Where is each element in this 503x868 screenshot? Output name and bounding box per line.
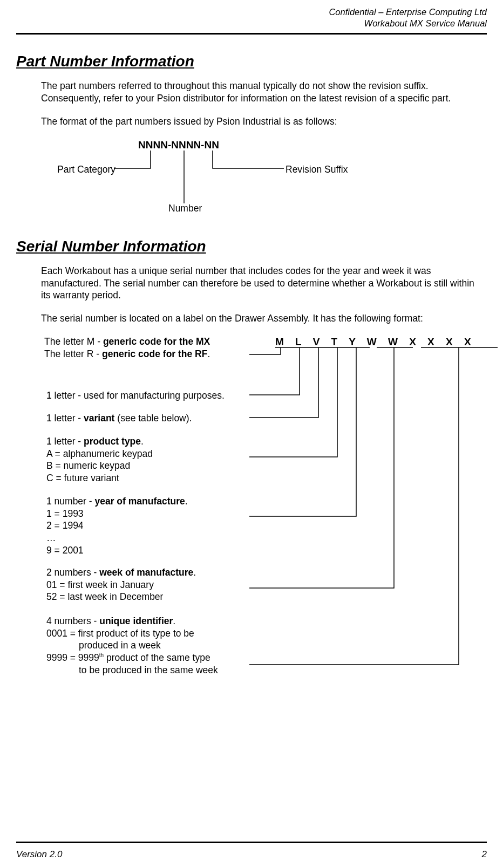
- yr-9: 9 = 2001: [46, 545, 84, 556]
- id-1b: produced in a week: [79, 640, 161, 651]
- pt-a: A = alphanumeric keypad: [46, 448, 153, 459]
- yr-bold: year of manufacture: [94, 496, 185, 507]
- id-2c: to be produced in the same week: [79, 665, 218, 675]
- section1-p1: The part numbers referred to throughout …: [41, 80, 484, 105]
- pt-b: B = numeric keypad: [46, 460, 130, 471]
- pn-label-category: Part Category: [57, 163, 115, 176]
- footer: Version 2.0 2: [16, 849, 487, 860]
- wk-period: .: [193, 567, 196, 578]
- pn-label-revision: Revision Suffix: [286, 163, 348, 176]
- id-bold: unique identifier: [99, 616, 173, 626]
- m2-period: .: [207, 348, 210, 359]
- header-line2: Workabout MX Service Manual: [16, 18, 487, 29]
- var-post: (see table below).: [114, 413, 192, 423]
- pt-pre: 1 letter -: [46, 436, 84, 447]
- id-1a: 0001 = first product of its type to be: [46, 628, 194, 639]
- desc-year: 1 number - year of manufacture. 1 = 1993…: [46, 495, 188, 557]
- section1-title: Part Number Information: [16, 52, 487, 71]
- m1-pre: The letter M -: [44, 336, 103, 347]
- desc-week: 2 numbers - week of manufacture. 01 = fi…: [46, 566, 196, 603]
- page: Confidential – Enterprise Computing Ltd …: [0, 0, 503, 868]
- m2-pre: The letter R -: [44, 348, 102, 359]
- header: Confidential – Enterprise Computing Ltd …: [16, 6, 487, 30]
- id-2a: 9999 = 9999: [46, 652, 99, 663]
- desc-product-type: 1 letter - product type. A = alphanumeri…: [46, 435, 153, 484]
- m2-bold: generic code for the RF: [102, 348, 207, 359]
- var-bold: variant: [84, 413, 114, 423]
- section2-p2: The serial number is located on a label …: [41, 312, 484, 325]
- section2-title: Serial Number Information: [16, 237, 487, 256]
- section1-p2: The format of the part numbers issued by…: [41, 115, 484, 128]
- footer-version: Version 2.0: [16, 849, 62, 860]
- pn-label-number: Number: [168, 202, 202, 215]
- desc-generic: The letter M - generic code for the MX T…: [44, 336, 210, 360]
- serial-diagram: M L V T Y W W X X X X The letter M - gen…: [16, 336, 487, 729]
- id-period: .: [173, 616, 175, 626]
- desc-variant: 1 letter - variant (see table below).: [46, 412, 192, 425]
- yr-1: 1 = 1993: [46, 508, 84, 519]
- id-pre: 4 numbers -: [46, 616, 99, 626]
- section2-body: Each Workabout has a unique serial numbe…: [41, 265, 484, 325]
- wk-pre: 2 numbers -: [46, 567, 99, 578]
- section1-body: The part numbers referred to throughout …: [41, 80, 484, 127]
- bottom-rule: [16, 842, 487, 843]
- pt-c: C = future variant: [46, 473, 119, 483]
- m1-bold: generic code for the MX: [103, 336, 210, 347]
- pt-bold: product type: [84, 436, 141, 447]
- wk-1: 01 = first week in January: [46, 579, 154, 590]
- pn-connectors-svg: [41, 149, 419, 220]
- wk-bold: week of manufacture: [99, 567, 193, 578]
- id-2b: product of the same type: [104, 652, 210, 663]
- yr-dots: …: [46, 532, 56, 543]
- id-2sup: th: [99, 652, 104, 658]
- var-pre: 1 letter -: [46, 413, 84, 423]
- yr-period: .: [185, 496, 188, 507]
- header-line1: Confidential – Enterprise Computing Ltd: [16, 6, 487, 18]
- pt-period: .: [141, 436, 144, 447]
- section2-p1: Each Workabout has a unique serial numbe…: [41, 265, 484, 302]
- desc-mfg: 1 letter - used for manufacturing purpos…: [46, 389, 225, 402]
- desc-unique: 4 numbers - unique identifier. 0001 = fi…: [46, 615, 218, 676]
- yr-pre: 1 number -: [46, 496, 94, 507]
- footer-page: 2: [482, 849, 487, 860]
- yr-2: 2 = 1994: [46, 520, 84, 531]
- wk-2: 52 = last week in December: [46, 591, 163, 602]
- part-number-diagram: NNNN-NNNN-NN Part Category Number Revisi…: [41, 139, 487, 220]
- top-rule: [16, 33, 487, 35]
